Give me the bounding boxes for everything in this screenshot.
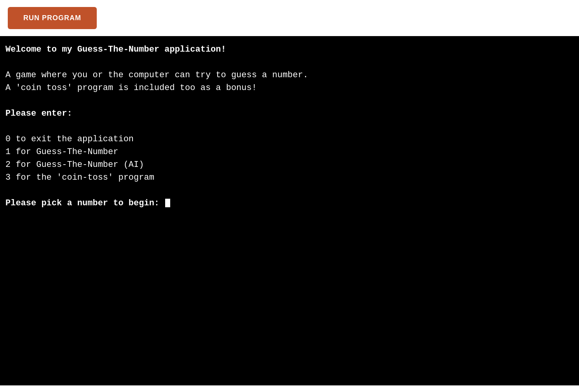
terminal-line: 3 for the 'coin-toss' program bbox=[5, 171, 574, 184]
header-bar: RUN PROGRAM bbox=[0, 0, 579, 36]
terminal-line: 2 for Guess-The-Number (AI) bbox=[5, 158, 574, 171]
terminal-line: Please enter: bbox=[5, 107, 574, 120]
run-program-button[interactable]: RUN PROGRAM bbox=[8, 7, 97, 29]
terminal-output: Welcome to my Guess-The-Number applicati… bbox=[0, 36, 579, 385]
terminal-line bbox=[5, 120, 574, 133]
terminal-line: A 'coin toss' program is included too as… bbox=[5, 82, 574, 94]
terminal-line: Please pick a number to begin: bbox=[5, 197, 574, 210]
text-cursor bbox=[165, 199, 170, 207]
terminal-line bbox=[5, 56, 574, 69]
terminal-line: 0 to exit the application bbox=[5, 133, 574, 146]
terminal-line: Welcome to my Guess-The-Number applicati… bbox=[5, 43, 574, 56]
terminal-line bbox=[5, 94, 574, 107]
terminal-line bbox=[5, 184, 574, 197]
terminal-line: A game where you or the computer can try… bbox=[5, 69, 574, 82]
terminal-line: 1 for Guess-The-Number bbox=[5, 146, 574, 158]
